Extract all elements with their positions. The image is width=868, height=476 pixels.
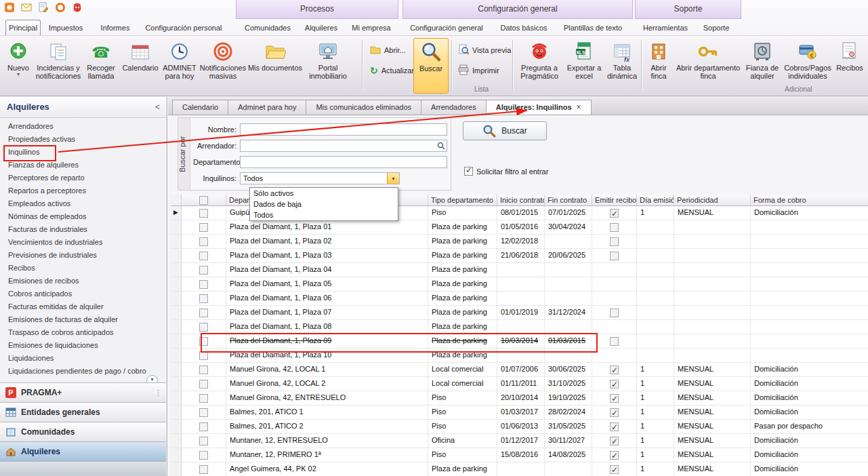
buscar-button[interactable]: Buscar (463, 121, 547, 140)
row-checkbox[interactable] (199, 408, 208, 417)
table-row[interactable]: Plaza del Diamant, 1, Plaza 06 Plaza de … (171, 292, 868, 306)
sidebar-item[interactable]: Empleados activos (0, 197, 166, 210)
row-checkbox[interactable] (199, 252, 208, 260)
abrir-button[interactable]: Abrir... (367, 43, 409, 58)
abrir-finca-button[interactable]: Abrir finca (644, 38, 674, 94)
row-select-cell[interactable] (182, 391, 226, 405)
sidebar-item[interactable]: Vencimientos de industriales (0, 236, 166, 249)
row-checkbox[interactable] (199, 294, 208, 303)
emitir-recibo-checkbox[interactable] (610, 394, 619, 403)
ribbon-tab-informes[interactable]: Informes (94, 21, 137, 35)
imprimir-button[interactable]: Imprimir (455, 63, 502, 78)
document-tab[interactable]: Mis comunicados eliminados (306, 100, 421, 115)
ribbon-group-soporte[interactable]: Soporte (635, 0, 741, 19)
chevron-down-icon[interactable]: ▾ (387, 173, 399, 184)
recibos-button[interactable]: Recibos (833, 38, 866, 94)
nav-pragma[interactable]: P PRAGMA+ ⋮ (0, 382, 166, 402)
ribbon-group-configuracion-general[interactable]: Configuración general (402, 0, 633, 19)
table-row[interactable]: Plaza del Diamant, 1, Plaza 04 Plaza de … (171, 263, 868, 277)
sidebar-item[interactable]: Propiedades activas (0, 133, 166, 146)
table-row[interactable]: Balmes, 201, ATICO 2 Piso 01/06/2013 31/… (171, 420, 868, 434)
table-row[interactable]: Manuel Girona, 42, LOCAL 2 Local comerci… (171, 377, 868, 391)
row-checkbox[interactable] (199, 451, 208, 460)
emitir-recibo-checkbox[interactable] (610, 309, 619, 317)
column-header[interactable]: Tipo departamento (428, 195, 497, 206)
row-select-cell[interactable] (182, 405, 226, 419)
grip-handle[interactable]: ⋮ (154, 389, 162, 397)
row-checkbox[interactable] (199, 380, 208, 389)
incidencias-button[interactable]: Incidencias y notificaciones (35, 38, 81, 94)
row-select-cell[interactable] (182, 249, 226, 262)
ribbon-tab-mi-empresa[interactable]: Mi empresa (347, 21, 396, 35)
column-header[interactable]: Forma de cobro (751, 195, 868, 206)
assistant-icon[interactable] (71, 2, 83, 14)
row-checkbox[interactable] (199, 237, 208, 246)
notificaciones-masivas-button[interactable]: Notificaciones masivas (200, 38, 246, 94)
calendario-button[interactable]: Calendario (121, 38, 160, 94)
dropdown-option[interactable]: Dados de baja (250, 199, 398, 210)
close-icon[interactable]: × (577, 100, 581, 115)
pragma-logo-icon[interactable] (3, 2, 15, 14)
column-header[interactable]: Día emisión (637, 195, 674, 206)
row-checkbox[interactable] (199, 437, 208, 445)
ribbon-tab-configuraci-n-general[interactable]: Configuración general (407, 21, 487, 35)
sidebar-item[interactable]: Facturas emitidas de alquiler (0, 300, 166, 313)
table-row[interactable]: Muntaner, 12, PRIMERO 1ª Piso 15/08/2016… (171, 448, 868, 462)
ribbon-tab-impuestos[interactable]: Impuestos (45, 21, 87, 35)
ribbon-tab-configuraci-n-personal[interactable]: Configuración personal (142, 21, 225, 35)
row-checkbox[interactable] (199, 422, 208, 431)
document-tab[interactable]: Adminet para hoy (228, 100, 306, 115)
row-checkbox[interactable] (199, 209, 208, 218)
document-tab[interactable]: Arrendadores (421, 100, 486, 115)
sidebar-item[interactable]: Liquidaciones pendientes de pago / cobro (0, 365, 166, 378)
nav-alquileres[interactable]: Alquileres (0, 441, 166, 461)
nuevo-button[interactable]: Nuevo ▾ (3, 38, 34, 94)
dropdown-option[interactable]: Todos (250, 210, 398, 220)
emitir-recibo-checkbox[interactable] (610, 209, 619, 218)
row-checkbox[interactable] (199, 309, 208, 317)
table-row[interactable]: Manuel Girona, 42, ENTRESUELO Piso 20/10… (171, 391, 868, 405)
notes-icon[interactable] (37, 2, 49, 14)
row-select-cell[interactable] (182, 462, 226, 476)
row-select-cell[interactable] (182, 306, 226, 319)
table-row[interactable]: Plaza del Diamant, 1, Plaza 01 Plaza de … (171, 220, 868, 235)
sidebar-item[interactable]: Traspaso de cobros anticipados (0, 326, 166, 339)
nav-entidades-generales[interactable]: Entidades generales (0, 402, 166, 422)
checkbox-icon[interactable] (464, 167, 473, 176)
emitir-recibo-checkbox[interactable] (610, 237, 619, 246)
dropdown-option[interactable]: Sólo activos (250, 188, 398, 199)
select-all-checkbox[interactable] (199, 196, 208, 205)
row-checkbox[interactable] (199, 266, 208, 275)
sidebar-item[interactable]: Arrendadores (0, 120, 166, 133)
nav-comunidades[interactable]: Comunidades (0, 422, 166, 441)
sidebar-item[interactable]: Previsiones de industriales (0, 249, 166, 262)
sidebar-item[interactable]: Cobros anticipados (0, 287, 166, 300)
sidebar-item[interactable]: Recibos (0, 262, 166, 275)
inquilinos-dropdown[interactable]: Todos ▾ (240, 172, 400, 184)
emitir-recibo-checkbox[interactable] (610, 337, 619, 346)
mail-icon[interactable] (20, 2, 32, 14)
emitir-recibo-checkbox[interactable] (610, 451, 619, 460)
emitir-recibo-checkbox[interactable] (610, 380, 619, 389)
search-icon[interactable] (437, 142, 445, 150)
adminet-hoy-button[interactable]: ADMINET para hoy (161, 38, 199, 94)
sidebar-item[interactable]: Facturas de industriales (0, 223, 166, 236)
column-header[interactable]: Fin contrato (545, 195, 592, 206)
portal-inmobiliario-button[interactable]: Portal inmobiliario (305, 38, 351, 94)
column-header[interactable] (182, 195, 226, 206)
table-row[interactable]: Muntaner, 12, ENTRESUELO Oficina 01/12/2… (171, 434, 868, 448)
emitir-recibo-checkbox[interactable] (610, 437, 619, 445)
row-select-cell[interactable] (182, 420, 226, 433)
table-row[interactable]: Manuel Girona, 42, LOCAL 1 Local comerci… (171, 363, 868, 377)
emitir-recibo-checkbox[interactable] (610, 365, 619, 374)
column-header[interactable]: Emitir recibo (592, 195, 637, 206)
row-select-cell[interactable] (182, 377, 226, 391)
ribbon-tab-principal[interactable]: Principal (5, 20, 41, 35)
tabla-dinamica-button[interactable]: fx Tabla dinámica (604, 38, 640, 94)
table-row[interactable]: Plaza del Diamant, 1, Plaza 03 Plaza de … (171, 249, 868, 263)
solicitar-filtro-checkbox[interactable]: Solicitar filtro al entrar (464, 167, 548, 176)
emitir-recibo-checkbox[interactable] (610, 252, 619, 260)
table-row[interactable]: Plaza del Diamant, 1, Plaza 02 Plaza de … (171, 235, 868, 249)
sidebar-item[interactable]: Liquidaciones (0, 352, 166, 365)
row-select-cell[interactable] (182, 363, 226, 376)
